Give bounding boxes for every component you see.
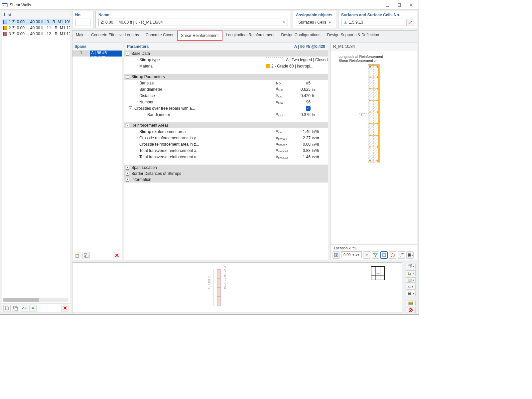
surfaces-input[interactable]: 1,5,9,13 (341, 19, 405, 26)
maximize-button[interactable] (393, 1, 405, 9)
stirrup-type-dropdown[interactable] (266, 58, 284, 62)
list-body[interactable]: 1 Z: 0.00 ... 40.00 ft | 3 - R_M1 10/84 … (2, 19, 70, 297)
title-bar: Shear Walls (0, 0, 419, 10)
collapse-icon[interactable]: − (126, 75, 129, 79)
swap-button[interactable]: ⇆ (29, 305, 37, 312)
no-input[interactable] (75, 19, 90, 26)
svg-line-84 (409, 309, 412, 312)
tab-shear-reinforcement[interactable]: Shear Reinforcement (177, 31, 222, 41)
bar-size-value[interactable]: #5 (292, 81, 312, 85)
dimension-button[interactable]: 100↔ (398, 251, 405, 259)
expand-icon[interactable]: + (126, 178, 129, 182)
name-input[interactable]: Z: 0.00 ... 40.00 ft | 3 - R_M1 10/84 ✎ (98, 19, 288, 26)
style-button[interactable] (406, 301, 416, 306)
collapse-icon[interactable]: − (126, 124, 129, 127)
tab-design-supports[interactable]: Design Supports & Deflection (324, 31, 383, 41)
name-label: Name (98, 13, 288, 17)
span-new-button[interactable] (74, 252, 81, 259)
color-swatch (3, 32, 7, 36)
crossties-checkbox[interactable] (306, 106, 311, 111)
svg-text:y: y (361, 112, 363, 116)
list-item[interactable]: 1 Z: 0.00 ... 40.00 ft | 3 - R_M1 10/84 (2, 19, 70, 25)
svg-rect-4 (398, 4, 401, 6)
tab-effective-lengths[interactable]: Concrete Effective Lengths (88, 31, 142, 41)
tab-concrete-cover[interactable]: Concrete Cover (142, 31, 177, 41)
list-item[interactable]: 2 Z: 0.00 ... 40.00 ft | 11 - R_M1 10/84 (2, 25, 70, 31)
scale-button[interactable]: 10▾ (406, 284, 416, 289)
delete-item-button[interactable]: ✕ (61, 305, 68, 312)
pick-surfaces-button[interactable] (406, 19, 414, 26)
parameters-panel: Parameters A | 96 #5 @0.420 −Base Data ⋯… (124, 43, 328, 260)
tab-design-config[interactable]: Design Configurations (278, 31, 324, 41)
svg-rect-78 (408, 279, 411, 281)
iso-view-button[interactable] (389, 251, 396, 259)
ct-bar-diameter-value[interactable]: 0.375 (292, 112, 312, 117)
span-row[interactable]: 1 A | 96 #5 @0.420 (72, 51, 122, 57)
new-item-button[interactable] (3, 305, 11, 312)
svg-rect-1 (2, 3, 7, 4)
distance-value[interactable]: 0.420 (292, 93, 312, 98)
preview-title: R_M1 10/84 (331, 43, 417, 51)
assignable-select[interactable]: Surfaces / Cells (296, 19, 333, 26)
span-delete-button[interactable]: ✕ (113, 252, 120, 259)
preview-settings-button[interactable] (332, 251, 340, 259)
section-preview: y (359, 64, 389, 164)
svg-point-25 (377, 66, 378, 67)
svg-text:y: y (410, 272, 411, 275)
svg-point-40 (377, 100, 378, 101)
svg-point-43 (369, 123, 371, 124)
z-axis-label: z (374, 59, 376, 63)
span-copy-button[interactable] (82, 252, 90, 259)
parameters-title: Parameters (127, 44, 149, 49)
svg-point-47 (369, 146, 371, 148)
view-cube-button[interactable]: ▾ (406, 264, 416, 269)
collapse-icon[interactable]: − (129, 106, 132, 110)
tab-longitudinal-reinforcement[interactable]: Longitudinal Reinforcement (222, 31, 278, 41)
legend-longitudinal: Longitudinal Reinforcement (338, 55, 383, 59)
svg-point-42 (377, 111, 378, 113)
axes-button[interactable]: y▾ (406, 270, 416, 276)
svg-rect-10 (15, 308, 18, 310)
render-button[interactable]: ▾ (406, 277, 416, 283)
svg-point-46 (377, 135, 378, 136)
svg-rect-17 (85, 255, 88, 258)
tab-main[interactable]: Main (72, 31, 88, 41)
copy-item-button[interactable] (12, 305, 19, 312)
bar-diameter-value[interactable]: 0.625 (292, 87, 312, 92)
svg-point-24 (369, 66, 371, 67)
print-button[interactable]: ▾ (406, 251, 414, 259)
number-value[interactable]: 96 (292, 100, 312, 104)
horizontal-scrollbar[interactable] (3, 298, 68, 302)
filter-button[interactable]: ▿ (363, 251, 370, 259)
svg-rect-52 (383, 253, 385, 257)
tab-bar: Main Concrete Effective Lengths Concrete… (72, 30, 417, 41)
svg-marker-13 (411, 21, 412, 22)
svg-rect-55 (408, 256, 410, 257)
print-footer-button[interactable]: ▾ (406, 291, 416, 296)
location-spinner[interactable]: 0.00▾ ▴▾ (341, 251, 362, 258)
material-dropdown[interactable]: 2 - Grade 60 | Isotropi... (271, 64, 328, 68)
svg-point-44 (377, 123, 378, 124)
expand-icon[interactable]: + (126, 172, 129, 176)
assignable-label: Assignable objects (296, 13, 333, 17)
svg-rect-2 (3, 5, 4, 6)
minimize-button[interactable] (381, 1, 393, 9)
close-button[interactable] (405, 1, 417, 9)
svg-rect-79 (408, 293, 411, 295)
collapse-icon[interactable]: − (126, 52, 129, 56)
list-item[interactable]: 3 Z: 0.00 ... 40.00 ft | 12 - R_M1 10/15 (2, 31, 70, 37)
svg-point-45 (369, 135, 371, 136)
svg-point-39 (369, 100, 371, 101)
funnel-button[interactable] (372, 251, 379, 259)
list-header: List (2, 11, 70, 19)
cancel-button[interactable] (406, 308, 416, 313)
svg-point-27 (377, 160, 378, 161)
edit-icon[interactable]: ✎ (282, 20, 286, 25)
app-icon (2, 2, 8, 8)
expand-icon[interactable]: + (126, 166, 129, 170)
check-button[interactable]: ✓✓ (21, 305, 28, 312)
svg-point-35 (369, 76, 371, 78)
color-swatch (3, 26, 7, 30)
svg-point-37 (369, 88, 371, 89)
section-view-button[interactable] (380, 251, 388, 259)
